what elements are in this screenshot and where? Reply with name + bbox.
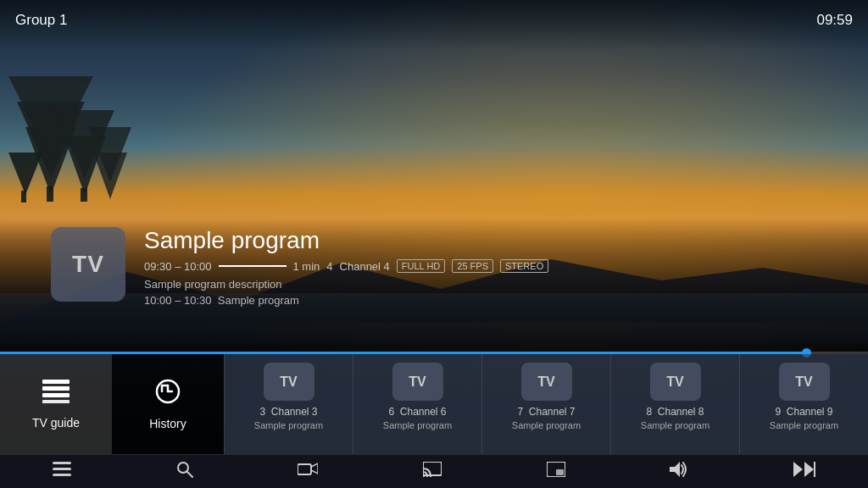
channel-3-logo: TV [264, 363, 314, 401]
top-gradient [0, 0, 868, 51]
svg-rect-19 [53, 462, 71, 464]
channel-7-logo: TV [521, 363, 572, 401]
progress-line [219, 265, 287, 267]
time-range: 09:30 – 10:00 [144, 260, 212, 273]
svg-line-23 [187, 472, 192, 477]
channel-9-logo: TV [779, 363, 830, 401]
channel-9-program: Sample program [770, 420, 838, 430]
pip-icon[interactable] [538, 458, 574, 485]
forward-icon[interactable] [785, 458, 824, 485]
channel-8-logo: TV [650, 363, 701, 401]
svg-rect-9 [81, 188, 87, 202]
svg-marker-30 [670, 462, 680, 477]
channel-item-6[interactable]: TV 6 Channel 6 Sample program [353, 354, 481, 454]
tv-guide-icon [42, 380, 70, 409]
history-label: History [149, 417, 186, 430]
program-details: Sample program 09:30 – 10:00 1 min 4 Cha… [144, 227, 834, 307]
next-time: 10:00 – 10:30 [144, 294, 212, 307]
svg-rect-29 [556, 469, 564, 475]
menu-icon[interactable] [44, 458, 80, 485]
channel-item-3[interactable]: TV 3 Channel 3 Sample program [224, 354, 353, 454]
channel-8-program: Sample program [641, 420, 709, 430]
svg-point-22 [178, 463, 188, 473]
svg-marker-31 [793, 462, 803, 477]
svg-rect-20 [53, 468, 71, 470]
channel-item-9[interactable]: TV 9 Channel 9 Sample program [739, 354, 868, 454]
svg-rect-12 [42, 380, 70, 384]
program-info: TV Sample program 09:30 – 10:00 1 min 4 … [51, 227, 834, 307]
svg-rect-13 [42, 386, 70, 391]
channel-6-name: 6 Channel 6 [388, 406, 446, 418]
channel-name: Channel 4 [340, 260, 390, 273]
svg-marker-25 [311, 463, 318, 474]
svg-rect-14 [42, 393, 70, 397]
svg-rect-33 [814, 462, 815, 477]
channel-6-logo: TV [392, 363, 443, 401]
svg-marker-5 [8, 152, 42, 195]
group-label: Group 1 [15, 12, 67, 29]
channel-number: 4 [326, 260, 332, 273]
svg-rect-15 [42, 400, 70, 403]
channel-3-program: Sample program [254, 420, 323, 430]
cast-icon[interactable] [415, 458, 450, 485]
badge-fps: 25 FPS [452, 259, 493, 273]
trees-silhouette [0, 42, 186, 229]
clock: 09:59 [816, 12, 853, 29]
program-meta: 09:30 – 10:00 1 min 4 Channel 4 FULL HD … [144, 259, 834, 273]
history-icon [155, 379, 181, 410]
svg-rect-21 [53, 474, 71, 476]
badge-stereo: STEREO [500, 259, 548, 273]
channel-7-name: 7 Channel 7 [517, 406, 575, 418]
volume-icon[interactable] [661, 458, 697, 485]
badge-fullhd: FULL HD [397, 259, 445, 273]
svg-marker-32 [804, 462, 814, 477]
channel-strip: TV guide History TV 3 Channel 3 Sample p… [0, 354, 868, 454]
nav-item-history[interactable]: History [112, 354, 224, 454]
tv-guide-label: TV guide [32, 416, 80, 430]
channel-3-name: 3 Channel 3 [259, 406, 317, 418]
camera-icon[interactable] [289, 458, 326, 485]
duration: 1 min [293, 260, 320, 273]
svg-rect-10 [21, 191, 26, 202]
channel-logo: TV [51, 227, 125, 302]
nav-item-tv-guide[interactable]: TV guide [0, 354, 112, 454]
search-icon[interactable] [168, 458, 202, 485]
program-title: Sample program [144, 227, 834, 254]
channel-item-7[interactable]: TV 7 Channel 7 Sample program [481, 354, 610, 454]
channel-6-program: Sample program [383, 420, 452, 430]
taskbar [0, 454, 868, 488]
program-description: Sample program description [144, 278, 834, 291]
channel-8-name: 8 Channel 8 [646, 406, 704, 418]
program-next: 10:00 – 10:30 Sample program [144, 294, 834, 307]
channel-7-program: Sample program [512, 420, 581, 430]
channel-item-8[interactable]: TV 8 Channel 8 Sample program [610, 354, 739, 454]
next-program-name: Sample program [218, 294, 299, 307]
svg-rect-8 [47, 186, 53, 202]
svg-rect-24 [298, 464, 311, 474]
channel-9-name: 9 Channel 9 [775, 406, 832, 418]
